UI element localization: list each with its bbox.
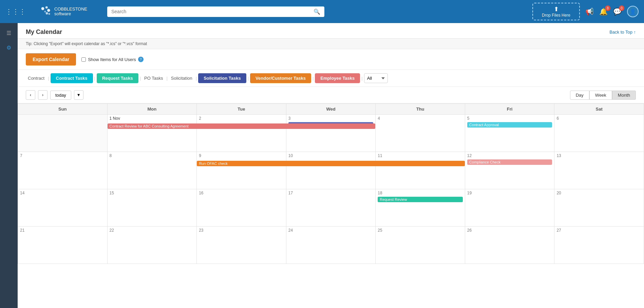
main-content: My Calendar Back to Top ↑ Tip: Clicking … [18, 23, 644, 308]
calendar-week-1: 1 Nov Contract Review for ABC Consulting… [18, 115, 644, 152]
tip-text: Tip: Clicking "Export" will export calen… [26, 41, 147, 46]
sep2: | [93, 76, 97, 81]
sep3: | [138, 76, 142, 81]
page-title: My Calendar [26, 28, 62, 36]
cal-cell-thu-w3: 18 Request Review [376, 189, 465, 227]
prev-button[interactable]: ‹ [26, 90, 35, 100]
svg-point-2 [47, 9, 50, 12]
cal-cell-sun-w4: 21 [18, 227, 108, 264]
header-fri: Fri [465, 104, 555, 115]
month-view-button[interactable]: Month [612, 91, 636, 100]
today-button[interactable]: today [50, 91, 71, 100]
back-to-top-link[interactable]: Back to Top ↑ [609, 30, 636, 35]
svg-point-1 [45, 6, 48, 8]
cal-cell-mon-w1: 1 Nov Contract Review for ABC Consulting… [108, 115, 197, 152]
cal-cell-fri-w3: 19 [465, 189, 555, 227]
show-all-users-checkbox[interactable] [81, 57, 86, 62]
cal-cell-sat-w3: 20 [554, 189, 644, 227]
cal-cell-sun-w1 [18, 115, 108, 152]
po-tasks-label: PO Tasks [142, 76, 165, 81]
cal-cell-tue-w1: 2 [197, 115, 286, 152]
calendar-grid: Sun Mon Tue Wed Thu Fri Sat 1 Nov Contra… [18, 103, 644, 264]
svg-point-5 [44, 11, 46, 12]
cal-cell-fri-w2: 12 Compliance Check [465, 152, 555, 189]
contract-approval-event[interactable]: Contract Approval [467, 122, 552, 128]
drop-files-label: Drop Files Here [542, 13, 570, 18]
request-tasks-button[interactable]: Request Tasks [97, 73, 138, 83]
cal-cell-fri-w1: 5 Contract Approval [465, 115, 555, 152]
run-ofac-event[interactable]: Run OFAC check [197, 161, 465, 166]
cal-cell-mon-w4: 22 [108, 227, 197, 264]
notifications-badge: 8 [605, 5, 610, 11]
search-input[interactable] [111, 9, 311, 14]
cal-cell-sat-w1: 6 [554, 115, 644, 152]
drop-files-box[interactable]: ⬆ Drop Files Here [532, 3, 580, 20]
topnav-right: ⬆ Drop Files Here 📢 🔔 8 💬 0 👤 [532, 3, 639, 20]
cal-cell-tue-w3: 16 [197, 189, 286, 227]
user-avatar[interactable]: 👤 [627, 6, 639, 17]
sep1: | [46, 76, 50, 81]
top-navigation: ⋮⋮⋮ COBBLESTONE software 🔍 ⬆ Drop Files … [0, 0, 644, 23]
calendar-week-4: 21 22 23 24 25 26 27 [18, 227, 644, 264]
request-review-event[interactable]: Request Review [378, 197, 463, 202]
view-buttons: Day Week Month [570, 91, 636, 100]
week-view-button[interactable]: Week [589, 91, 612, 100]
cal-cell-thu-w2: 11 [376, 152, 465, 189]
cal-cell-fri-w4: 26 [465, 227, 555, 264]
sidebar: ☰ ⚙ [0, 23, 18, 308]
cal-cell-tue-w2: 9 Run OFAC check [197, 152, 286, 189]
vendor-tasks-button[interactable]: Vendor/Customer Tasks [250, 73, 311, 83]
cal-cell-thu-w4: 25 [376, 227, 465, 264]
day-view-button[interactable]: Day [570, 91, 589, 100]
sep4: | [165, 76, 169, 81]
show-all-users-label: Show Items for All Users ? [81, 57, 144, 62]
sidebar-settings-icon[interactable]: ⚙ [4, 42, 14, 54]
cal-cell-mon-w2: 8 [108, 152, 197, 189]
messages-icon[interactable]: 💬 0 [613, 7, 622, 16]
header-thu: Thu [376, 104, 465, 115]
next-button[interactable]: › [38, 90, 48, 100]
help-icon[interactable]: ? [138, 57, 144, 62]
all-filter-select[interactable]: All Mine Team [364, 73, 388, 83]
calendar-navigation: ‹ › today ▼ Day Week Month [18, 87, 644, 103]
sep6: | [246, 76, 250, 81]
search-icon: 🔍 [314, 8, 320, 15]
megaphone-icon[interactable]: 📢 [585, 7, 594, 16]
calendar-week-3: 14 15 16 17 18 Request Review 19 [18, 189, 644, 227]
cal-cell-mon-w3: 15 [108, 189, 197, 227]
employee-tasks-button[interactable]: Employee Tasks [315, 73, 360, 83]
cal-cell-sun-w2: 7 [18, 152, 108, 189]
export-calendar-button[interactable]: Export Calendar [26, 53, 76, 65]
header-wed: Wed [286, 104, 376, 115]
search-bar[interactable]: 🔍 [107, 6, 324, 17]
header-sun: Sun [18, 104, 108, 115]
compliance-check-event[interactable]: Compliance Check [467, 159, 552, 165]
sidebar-menu-icon[interactable]: ☰ [4, 27, 14, 39]
svg-point-3 [46, 12, 48, 15]
cal-cell-sat-w2: 13 [554, 152, 644, 189]
contract-review-event[interactable]: Contract Review for ABC Consulting Agree… [108, 123, 376, 129]
cal-cell-sat-w4: 27 [554, 227, 644, 264]
svg-point-0 [41, 7, 44, 10]
cal-cell-sun-w3: 14 [18, 189, 108, 227]
logo-text: COBBLESTONE software [54, 7, 87, 17]
logo-area: COBBLESTONE software [34, 5, 102, 18]
solicitation-tasks-button[interactable]: Solicitation Tasks [198, 73, 246, 83]
dropdown-arrow-button[interactable]: ▼ [74, 90, 83, 100]
page-header: My Calendar Back to Top ↑ [18, 23, 644, 39]
header-sat: Sat [554, 104, 644, 115]
header-mon: Mon [108, 104, 197, 115]
cal-cell-wed-w3: 17 [286, 189, 376, 227]
cal-cell-tue-w4: 23 [197, 227, 286, 264]
cal-cell-wed-w4: 24 [286, 227, 376, 264]
notifications-icon[interactable]: 🔔 8 [599, 7, 608, 16]
contract-tasks-button[interactable]: Contract Tasks [51, 73, 93, 83]
svg-point-4 [48, 13, 50, 15]
upload-icon: ⬆ [539, 5, 573, 13]
filter-bar: Contract | Contract Tasks | Request Task… [18, 70, 644, 87]
grid-menu-icon[interactable]: ⋮⋮⋮ [5, 7, 26, 16]
controls-row: Export Calendar Show Items for All Users… [18, 49, 644, 70]
tip-bar: Tip: Clicking "Export" will export calen… [18, 39, 644, 49]
logo-icon [34, 5, 52, 18]
cal-cell-wed-w1: 3 Send RFI for ABC [286, 115, 376, 152]
